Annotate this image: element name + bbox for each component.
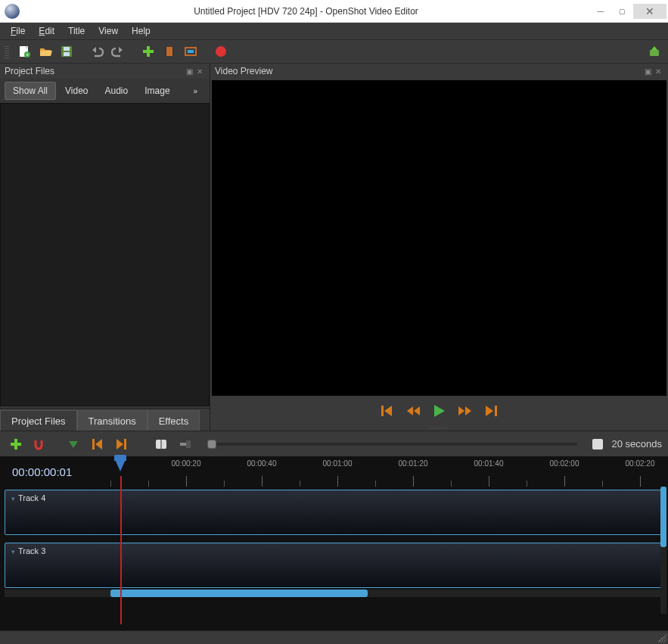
timeline-ruler[interactable]: 00:00:00:01 00:00:20 00:00:40 00:01:00 0… (5, 459, 663, 487)
menu-view[interactable]: View (92, 24, 124, 38)
save-project-button[interactable] (57, 42, 76, 61)
snap-button[interactable] (30, 435, 50, 453)
toolbar-grip-icon[interactable] (5, 45, 9, 58)
zoom-in-icon[interactable] (592, 439, 603, 450)
tab-effects[interactable]: Effects (148, 410, 200, 431)
svg-marker-33 (117, 439, 123, 450)
project-files-panel: Project Files ▣ ✕ Show All Video Audio I… (0, 64, 210, 431)
filter-video[interactable]: Video (57, 82, 95, 99)
preview-title: Video Preview (215, 66, 273, 76)
profile-button[interactable] (160, 42, 179, 61)
svg-text:+: + (26, 51, 30, 58)
svg-rect-38 (186, 440, 191, 448)
filter-more[interactable]: » (185, 84, 205, 98)
filter-audio[interactable]: Audio (98, 82, 136, 99)
jump-start-button[interactable] (381, 406, 393, 416)
prev-marker-button[interactable] (88, 435, 107, 453)
update-button[interactable] (645, 42, 663, 61)
filter-bar: Show All Video Audio Image » (0, 79, 210, 103)
next-marker-button[interactable] (112, 435, 132, 453)
svg-marker-18 (651, 46, 657, 50)
rewind-button[interactable] (407, 406, 421, 415)
app-logo-icon (5, 4, 20, 19)
filter-show-all[interactable]: Show All (5, 82, 56, 100)
splitter-handle[interactable]: ······ (210, 425, 668, 431)
svg-rect-19 (381, 406, 384, 416)
import-files-button[interactable] (139, 42, 157, 61)
chevron-down-icon[interactable]: ▾ (11, 548, 15, 555)
track-4[interactable]: ▾Track 4 (5, 490, 663, 535)
panel-close-icon[interactable]: ✕ (194, 66, 205, 76)
menu-edit[interactable]: Edit (33, 24, 61, 38)
svg-rect-15 (188, 50, 194, 53)
track-label: Track 4 (18, 493, 45, 502)
timeline-ticks[interactable]: 00:00:20 00:00:40 00:01:00 00:01:20 00:0… (110, 459, 663, 487)
redo-button[interactable] (109, 42, 127, 61)
current-time: 00:00:00:01 (5, 459, 110, 487)
status-bar (0, 630, 668, 644)
svg-marker-30 (69, 441, 78, 448)
track-label: Track 3 (18, 546, 45, 555)
track-3[interactable]: ▾Track 3 (5, 543, 663, 588)
fullscreen-button[interactable] (182, 42, 200, 61)
play-button[interactable] (434, 405, 445, 417)
svg-marker-24 (458, 406, 464, 415)
svg-marker-8 (119, 47, 123, 53)
menu-file[interactable]: File (5, 24, 31, 38)
main-toolbar: + (0, 39, 668, 64)
tab-transitions[interactable]: Transitions (77, 410, 148, 431)
project-files-header: Project Files ▣ ✕ (0, 64, 210, 79)
zoom-label: 20 seconds (612, 438, 663, 450)
preview-panel: Video Preview ▣ ✕ (210, 64, 668, 431)
project-files-title: Project Files (5, 66, 54, 76)
svg-marker-22 (414, 406, 420, 415)
svg-marker-25 (465, 406, 471, 415)
video-preview[interactable] (212, 80, 666, 396)
svg-rect-6 (64, 52, 70, 56)
menu-help[interactable]: Help (126, 24, 157, 38)
window-title: Untitled Project [HDV 720 24p] - OpenSho… (23, 6, 589, 17)
zoom-slider[interactable] (207, 443, 577, 446)
center-playhead-button[interactable] (151, 435, 171, 453)
menu-title[interactable]: Title (62, 24, 91, 38)
timeline-hscrollbar[interactable] (5, 590, 663, 597)
open-project-button[interactable] (36, 42, 54, 61)
svg-marker-7 (92, 47, 96, 53)
titlebar: Untitled Project [HDV 720 24p] - OpenSho… (0, 0, 668, 23)
workspace: Project Files ▣ ✕ Show All Video Audio I… (0, 64, 668, 431)
playhead[interactable] (118, 458, 119, 632)
fast-forward-button[interactable] (458, 406, 472, 415)
svg-rect-17 (650, 50, 659, 56)
svg-marker-26 (486, 406, 493, 416)
export-button[interactable] (212, 42, 230, 61)
svg-rect-13 (172, 47, 174, 56)
svg-marker-23 (434, 405, 445, 417)
svg-marker-20 (384, 406, 392, 416)
svg-point-16 (216, 46, 226, 57)
panel-close-icon[interactable]: ✕ (653, 66, 663, 76)
timeline-toolbar: 20 seconds (0, 431, 668, 456)
undo-button[interactable] (88, 42, 106, 61)
zoom-out-icon[interactable] (176, 435, 195, 453)
menubar: File Edit Title View Help (0, 23, 668, 39)
minimize-button[interactable]: — (591, 4, 611, 19)
close-button[interactable]: ✕ (633, 4, 666, 19)
panel-float-icon[interactable]: ▣ (184, 66, 194, 76)
resize-grip-icon[interactable] (657, 633, 666, 642)
jump-end-button[interactable] (486, 406, 498, 416)
filter-image[interactable]: Image (137, 82, 177, 99)
panel-float-icon[interactable]: ▣ (642, 66, 653, 76)
timeline: 00:00:00:01 00:00:20 00:00:40 00:01:00 0… (0, 456, 668, 630)
chevron-down-icon[interactable]: ▾ (11, 495, 15, 502)
add-track-button[interactable] (6, 435, 26, 453)
project-file-list[interactable] (0, 103, 210, 406)
playback-controls (210, 397, 668, 425)
app-body: File Edit Title View Help + (0, 23, 668, 644)
svg-rect-31 (92, 439, 95, 450)
tab-project-files[interactable]: Project Files (0, 410, 77, 431)
new-project-button[interactable]: + (15, 42, 33, 61)
maximize-button[interactable]: ▢ (612, 4, 632, 19)
svg-rect-36 (160, 440, 162, 449)
add-marker-button[interactable] (64, 435, 83, 453)
left-tab-bar: Project Files Transitions Effects (0, 408, 210, 431)
